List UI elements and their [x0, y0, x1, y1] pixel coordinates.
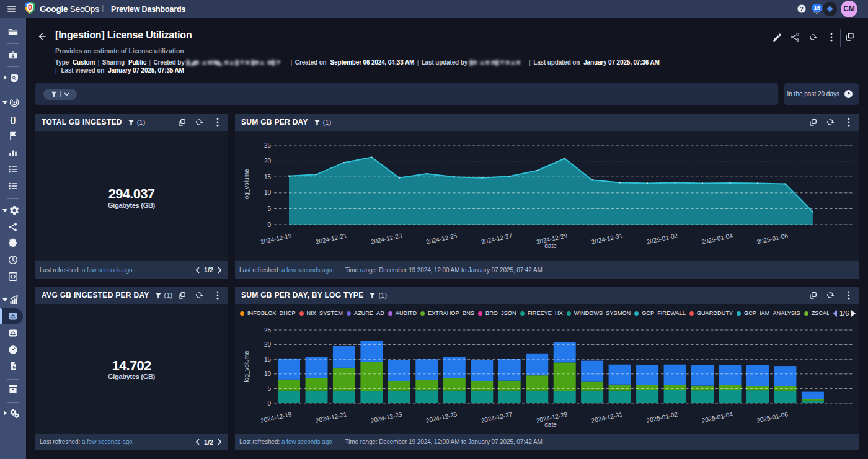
svg-text:2024-12-19: 2024-12-19 [260, 232, 293, 245]
svg-text:2024-12-23: 2024-12-23 [370, 411, 403, 424]
svg-text:5: 5 [267, 385, 271, 392]
svg-text:2025-01-04: 2025-01-04 [701, 411, 734, 424]
svg-text:2024-12-25: 2024-12-25 [425, 232, 458, 245]
svg-text:2025-01-02: 2025-01-02 [646, 411, 679, 424]
svg-text:2024-12-31: 2024-12-31 [591, 232, 624, 245]
svg-text:2024-12-21: 2024-12-21 [315, 232, 348, 245]
svg-text:2024-12-19: 2024-12-19 [260, 411, 293, 424]
svg-text:16: 16 [813, 4, 820, 11]
svg-text:date: date [544, 243, 557, 249]
svg-text:20: 20 [264, 158, 272, 164]
svg-text:5: 5 [267, 205, 271, 212]
svg-text:?: ? [800, 5, 804, 12]
svg-text:log_volume: log_volume [243, 350, 250, 383]
svg-text:2024-12-21: 2024-12-21 [315, 411, 348, 424]
svg-text:15: 15 [264, 356, 272, 363]
svg-text:2024-12-31: 2024-12-31 [591, 411, 624, 424]
svg-text:2024-12-23: 2024-12-23 [370, 232, 403, 245]
svg-text:2025-01-06: 2025-01-06 [756, 411, 789, 424]
svg-text:25: 25 [264, 327, 272, 334]
svg-text:2024-12-27: 2024-12-27 [480, 411, 513, 424]
svg-text:15: 15 [264, 174, 272, 180]
svg-text:2025-01-06: 2025-01-06 [756, 232, 789, 245]
svg-text:20: 20 [264, 341, 272, 348]
svg-text:2025-01-02: 2025-01-02 [646, 232, 679, 245]
svg-text:0: 0 [267, 400, 271, 407]
svg-text:log_volume: log_volume [243, 169, 250, 201]
svg-text:10: 10 [264, 189, 272, 196]
svg-text:10: 10 [264, 370, 272, 377]
svg-text:25: 25 [264, 142, 272, 149]
svg-text:date: date [544, 421, 557, 428]
svg-text:{}: {} [10, 115, 16, 124]
svg-text:2024-12-25: 2024-12-25 [425, 411, 458, 424]
svg-text:2024-12-27: 2024-12-27 [480, 232, 513, 245]
svg-text:2025-01-04: 2025-01-04 [701, 232, 734, 245]
svg-text:0: 0 [267, 221, 271, 228]
